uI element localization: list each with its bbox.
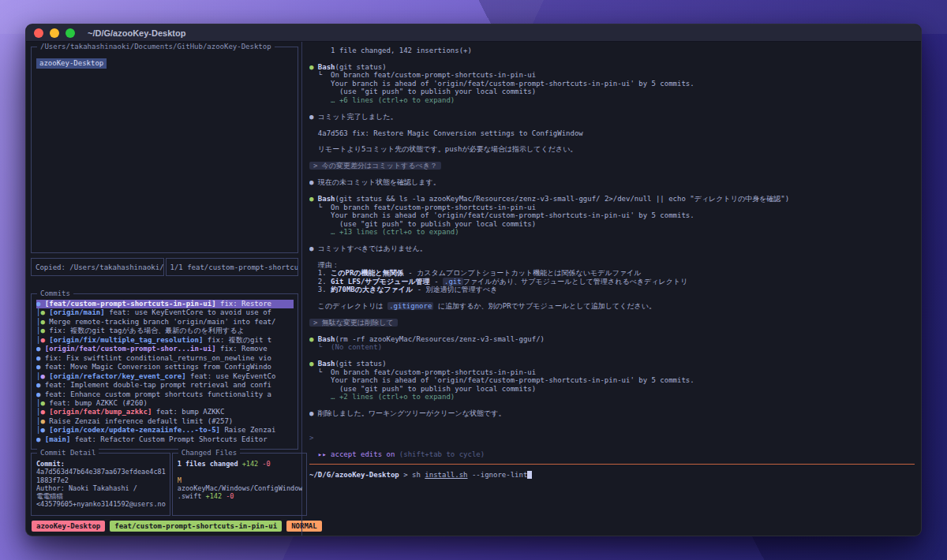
info-row: Copied: /Users/takahashinaoki/Do 1/1 fea… [31,258,298,276]
tree-item-selected[interactable]: azooKey-Desktop [36,58,107,69]
files-tree-panel[interactable]: /Users/takahashinaoki/Documents/GitHub/a… [31,47,298,253]
terminal-line: ● 削除しました。ワーキングツリーがクリーンな状態です。 [309,409,921,417]
terminal-line: 1. このPRの機能と無関係 - カスタムプロンプトショートカット機能とは関係な… [309,269,921,277]
copied-path-box: Copied: /Users/takahashinaoki/Do [31,258,164,276]
assistant-output: 1 file changed, 142 insertions(+) ● Bash… [309,47,921,459]
assistant-pane[interactable]: 1 file changed, 142 insertions(+) ● Bash… [302,42,921,536]
commit-row[interactable]: │● fix: 複数のgit tagがある場合、最新のものを利用するよ [36,327,294,335]
commit-row[interactable]: │● Raise Zenzai inference default limit … [36,417,294,426]
commit-row[interactable]: │● feat: bump AZKKC (#260) [36,399,294,408]
terminal-line: ● 現在の未コミット状態を確認します。 [309,178,921,186]
terminal-line: ● Bash(git status && ls -la azooKeyMac/R… [309,195,921,203]
terminal-line: └ On branch feat/custom-prompt-shortcuts… [309,368,921,376]
terminal-line [309,170,921,178]
terminal-line [309,311,921,319]
commit-detail-line: <43579605+nyanko3141592@users.no [36,500,166,508]
terminal-line [309,327,921,334]
terminal-line [309,137,921,145]
terminal-line: > 今の変更差分はコミットするべき？ [309,162,921,170]
commit-detail-line: 電電猫猫 [36,492,166,500]
terminal-line: Your branch is ahead of 'origin/feat/cus… [309,376,921,384]
window-titlebar[interactable]: ~/D/G/azooKey-Desktop [26,24,921,42]
commit-row[interactable]: ● [main] feat: Refactor Custom Prompt Sh… [36,435,294,444]
commit-row[interactable]: ● fix: Fix swiftlint conditional_returns… [36,354,294,363]
changed-file-line: .swift +142 -0 [178,492,303,500]
terminal-window: ~/D/G/azooKey-Desktop /Users/takahashina… [25,24,922,536]
terminal-line: (use "git push" to publish your local co… [309,385,921,393]
close-button[interactable] [34,28,43,38]
shell-prompt-line[interactable]: ~/D/G/azooKey-Desktop > sh install.sh --… [309,471,921,479]
terminal-line: > 無駄な変更は削除して [309,319,921,327]
terminal-line [309,401,921,409]
terminal-line [309,154,921,162]
commit-detail-panel[interactable]: Commit Detail Commit:4a7d563d47b64e387aa… [31,453,170,516]
branch-badge: feat/custom-prompt-shortcuts-in-pin-ui [110,521,282,532]
commit-row[interactable]: │● [origin/fix/multiple_tag_resolution] … [36,336,294,345]
terminal-line: … +2 lines (ctrl+o to expand) [309,393,921,401]
terminal-line: このディレクトリは .gitignore に追加するか、別のPRでサブモジュール… [309,302,921,310]
terminal-line: … +6 lines (ctrl+o to expand) [309,96,921,104]
commit-detail-lines: Commit:4a7d563d47b64e387aa673efdeae4c811… [36,460,166,509]
commit-row[interactable]: │● [origin/refactor/key_event_core] feat… [36,372,294,381]
commit-row[interactable]: ● [feat/custom-prompt-shortcuts-in-pin-u… [36,300,294,308]
terminal-line [309,104,921,112]
commit-row[interactable]: │● Merge remote-tracking branch 'origin/… [36,318,294,327]
terminal-line [309,54,921,62]
terminal-line: 1 file changed, 142 insertions(+) [309,47,921,54]
terminal-line: └ (No content) [309,343,921,351]
terminal-line [309,417,921,425]
terminal-line: 4a7d563 fix: Restore Magic Conversion se… [309,129,921,137]
commit-row[interactable]: ● feat: Implement double-tap prompt retr… [36,381,294,390]
repo-badge: azooKey-Desktop [32,521,105,532]
changed-file-line [178,468,303,476]
commit-row[interactable]: │● [origin/main] feat: use KeyEventCore … [36,308,294,317]
git-tui-pane[interactable]: /Users/takahashinaoki/Documents/GitHub/a… [26,42,301,536]
commit-row[interactable]: ● feat: Enhance custom prompt shortcuts … [36,390,294,399]
terminal-line: └ On branch feat/custom-prompt-shortcuts… [309,71,921,79]
changed-file-line: 1 files changed +142 -0 [178,460,303,468]
terminal-line: リモートより5コミット先の状態です。pushが必要な場合は指示してください。 [309,145,921,153]
terminal-line: Your branch is ahead of 'origin/feat/cus… [309,211,921,219]
terminal-line: 理由： [309,261,921,269]
commits-panel-title: Commits [37,289,73,297]
commit-detail-line: Commit: [36,460,166,468]
terminal-line: 3. 約70MBの大きなファイル - 別途適切に管理すべき [309,286,921,293]
terminal-line: ● コミット完了しました。 [309,113,921,121]
commit-row[interactable]: │● [origin/feat/bump_azkkc] feat: bump A… [36,408,294,416]
detail-row: Commit Detail Commit:4a7d563d47b64e387aa… [31,453,298,516]
commit-detail-line: 1883f7e2 [36,476,166,484]
terminal-line [309,236,921,244]
split-divider-line [309,464,915,465]
terminal-line [309,352,921,360]
shell-prompt[interactable]: ~/D/G/azooKey-Desktop > sh install.sh --… [309,471,921,479]
commit-row[interactable]: ● [origin/feat/custom-prompt-shor...in-u… [36,345,294,353]
terminal-line [309,187,921,195]
zoom-button[interactable] [66,28,75,38]
terminal-line: … +13 lines (ctrl+o to expand) [309,228,921,236]
commits-list: ● [feat/custom-prompt-shortcuts-in-pin-u… [36,300,294,444]
terminal-line [309,442,921,450]
commit-detail-title: Commit Detail [37,449,99,457]
terminal-line: > [309,434,921,442]
changed-files-lines: 1 files changed +142 -0 MazooKeyMac/Wind… [178,460,303,500]
terminal-line: ▸▸ accept edits on (shift+tab to cycle) [309,450,921,458]
terminal-line [309,426,921,434]
commit-row[interactable]: ● feat: Move Magic Conversion settings f… [36,363,294,371]
terminal-line [309,294,921,302]
terminal-line: (use "git push" to publish your local co… [309,220,921,228]
commit-detail-line: Author: Naoki Takahashi / [36,484,166,492]
terminal-line [309,121,921,129]
terminal-line: └ On branch feat/custom-prompt-shortcuts… [309,203,921,211]
commits-panel[interactable]: Commits ● [feat/custom-prompt-shortcuts-… [31,293,298,450]
commit-detail-line: 4a7d563d47b64e387aa673efdeae4c81 [36,468,166,476]
terminal-line: ● Bash(git status) [309,63,921,71]
terminal-line: ● コミットすべきではありません。 [309,245,921,252]
branch-position-box: 1/1 feat/custom-prompt-shortcut [166,258,299,276]
files-tree-panel-title: /Users/takahashinaoki/Documents/GitHub/a… [37,43,275,50]
changed-files-panel[interactable]: Changed Files 1 files changed +142 -0 Ma… [172,453,308,516]
terminal-line: Your branch is ahead of 'origin/feat/cus… [309,80,921,88]
changed-file-line: M [178,476,303,484]
terminal-line: (use "git push" to publish your local co… [309,88,921,95]
minimize-button[interactable] [50,28,59,38]
commit-row[interactable]: │● [origin/codex/update-zenzaiinfe...-to… [36,426,294,435]
